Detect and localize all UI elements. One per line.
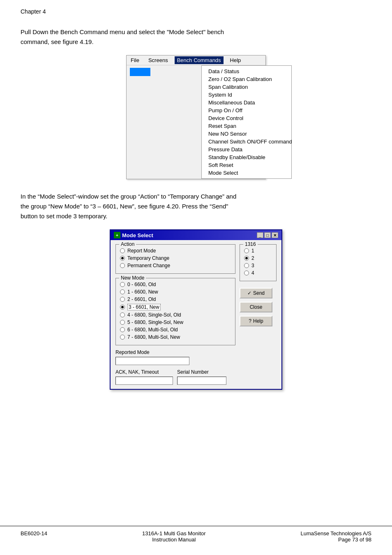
footer-center: 1316A-1 Multi Gas Monitor Instruction Ma… — [142, 530, 206, 543]
close-label: Close — [250, 304, 263, 310]
radio-channel-2[interactable] — [244, 256, 249, 261]
action-report-mode[interactable]: Report Mode — [120, 248, 231, 254]
menu-help[interactable]: Help — [228, 56, 244, 64]
radio-report-mode-label: Report Mode — [127, 248, 156, 254]
channel-group: 1316 1 2 3 — [240, 244, 277, 281]
radio-4-6800-single-old[interactable] — [120, 312, 125, 317]
new-mode-group-label: New Mode — [119, 275, 146, 281]
label-1-6600-new: 1 - 6600, New — [127, 289, 158, 295]
footer-center-line2: Instruction Manual — [152, 536, 196, 543]
dialog-title: Mode Select — [122, 232, 153, 238]
second-line3: button to set mode 3 temporary. — [21, 213, 108, 220]
close-button[interactable]: ✕ — [272, 232, 278, 238]
radio-6-6800-multi-old[interactable] — [120, 327, 125, 332]
channel-3-label: 3 — [251, 263, 254, 268]
menu-item-3[interactable]: System Id — [202, 91, 291, 99]
serial-input[interactable] — [177, 377, 226, 385]
ack-input[interactable] — [115, 377, 173, 385]
menu-file[interactable]: File — [128, 56, 142, 64]
radio-permanent-change[interactable] — [120, 263, 125, 268]
send-label: Send — [253, 290, 265, 296]
footer-right: LumaSense Technologies A/S Page 73 of 98 — [301, 530, 372, 543]
menu-item-13[interactable]: Mode Select — [202, 169, 291, 177]
menu-item-12[interactable]: Soft Reset — [202, 161, 291, 169]
menu-dropdown: Data / Status Zero / O2 Span Calibration… — [201, 65, 292, 179]
footer-center-line1: 1316A-1 Multi Gas Monitor — [142, 530, 206, 536]
label-3-6601-new: 3 - 6601, New — [127, 304, 161, 310]
minimize-button[interactable]: _ — [257, 232, 263, 238]
menu-screens[interactable]: Screens — [146, 56, 171, 64]
titlebar-controls: _ □ ✕ — [257, 232, 278, 238]
action-permanent-change[interactable]: Permanent Change — [120, 263, 231, 268]
menu-bar: File Screens Bench Commands Help — [127, 56, 265, 65]
dialog-title-icon: + — [114, 232, 120, 238]
color-block — [130, 68, 150, 76]
serial-label: Serial Number — [177, 369, 226, 375]
menu-item-5[interactable]: Pump On / Off — [202, 106, 291, 114]
radio-0-6600-old[interactable] — [120, 282, 125, 287]
channel-2[interactable]: 2 — [244, 255, 272, 261]
dialog-body: Action Report Mode Temporary Change Perm… — [111, 240, 281, 389]
channel-3[interactable]: 3 — [244, 263, 272, 268]
footer-right-line2: Page 73 of 98 — [338, 536, 371, 543]
menu-item-10[interactable]: Pressure Data — [202, 146, 291, 153]
menu-item-2[interactable]: Span Calibration — [202, 83, 291, 91]
radio-temporary-change-label: Temporary Change — [127, 255, 169, 261]
menu-screenshot: File Screens Bench Commands Help Data / … — [21, 55, 371, 179]
ack-serial-section: ACK, NAK, Timeout Serial Number — [115, 369, 235, 385]
send-button[interactable]: ✓ Send — [240, 288, 272, 298]
label-6-6800-multi-old: 6 - 6800, Multi-Sol, Old — [127, 327, 178, 333]
menu-window: File Screens Bench Commands Help Data / … — [126, 55, 266, 179]
intro-line1: Pull Down the Bench Command menu and sel… — [21, 28, 224, 35]
menu-item-9[interactable]: Channel Switch ON/OFF command — [202, 138, 291, 146]
mode-select-dialog: + Mode Select _ □ ✕ Action — [110, 229, 282, 390]
new-mode-5[interactable]: 5 - 6800, Single-Sol, New — [120, 319, 231, 325]
radio-3-6601-new[interactable] — [120, 305, 125, 310]
menu-item-7[interactable]: Reset Span — [202, 122, 291, 130]
second-line1: In the “Mode Select”-window set the grou… — [21, 193, 236, 200]
new-mode-1[interactable]: 1 - 6600, New — [120, 289, 231, 295]
menu-bench-commands[interactable]: Bench Commands — [175, 56, 224, 64]
channel-4[interactable]: 4 — [244, 270, 272, 276]
radio-2-6601-old[interactable] — [120, 297, 125, 302]
radio-report-mode[interactable] — [120, 248, 125, 253]
radio-7-6800-multi-new[interactable] — [120, 335, 125, 340]
reported-mode-input[interactable] — [115, 357, 189, 365]
menu-content: Data / Status Zero / O2 Span Calibration… — [127, 65, 265, 179]
channel-group-title: 1316 — [243, 241, 258, 247]
new-mode-0[interactable]: 0 - 6600, Old — [120, 282, 231, 287]
channel-4-label: 4 — [251, 270, 254, 276]
maximize-button[interactable]: □ — [264, 232, 271, 238]
intro-line2: command, see figure 4.19. — [21, 38, 94, 45]
menu-item-8[interactable]: New NO Sensor — [202, 130, 291, 138]
dialog-container: + Mode Select _ □ ✕ Action — [21, 229, 371, 390]
menu-item-4[interactable]: Miscellaneous Data — [202, 99, 291, 106]
radio-channel-3[interactable] — [244, 263, 249, 268]
action-temporary-change[interactable]: Temporary Change — [120, 255, 231, 261]
new-mode-2[interactable]: 2 - 6601, Old — [120, 296, 231, 302]
menu-item-6[interactable]: Device Control — [202, 114, 291, 122]
menu-item-11[interactable]: Standby Enable/Disable — [202, 153, 291, 161]
radio-1-6600-new[interactable] — [120, 289, 125, 294]
help-icon: ? — [249, 318, 251, 324]
radio-channel-4[interactable] — [244, 271, 249, 275]
menu-item-0[interactable]: Data / Status — [202, 67, 291, 75]
page-footer: BE6020-14 1316A-1 Multi Gas Monitor Inst… — [0, 526, 392, 547]
close-dialog-button[interactable]: Close — [240, 302, 272, 312]
radio-temporary-change[interactable] — [120, 256, 125, 261]
menu-left-panel — [127, 65, 152, 179]
new-mode-7[interactable]: 7 - 6800, Multi-Sol, New — [120, 334, 231, 340]
channel-1[interactable]: 1 — [244, 248, 272, 254]
reported-mode-label: Reported Mode — [115, 349, 235, 355]
action-group: Action Report Mode Temporary Change Perm… — [115, 244, 235, 274]
label-2-6601-old: 2 - 6601, Old — [127, 296, 156, 302]
send-checkmark-icon: ✓ — [247, 290, 251, 296]
radio-5-6800-single-new[interactable] — [120, 320, 125, 325]
new-mode-4[interactable]: 4 - 6800, Single-Sol, Old — [120, 312, 231, 318]
new-mode-3[interactable]: 3 - 6601, New — [120, 304, 231, 310]
menu-item-1[interactable]: Zero / O2 Span Calibration — [202, 75, 291, 83]
help-label: Help — [253, 318, 263, 324]
help-button[interactable]: ? Help — [240, 316, 272, 326]
new-mode-6[interactable]: 6 - 6800, Multi-Sol, Old — [120, 327, 231, 333]
radio-channel-1[interactable] — [244, 248, 249, 253]
